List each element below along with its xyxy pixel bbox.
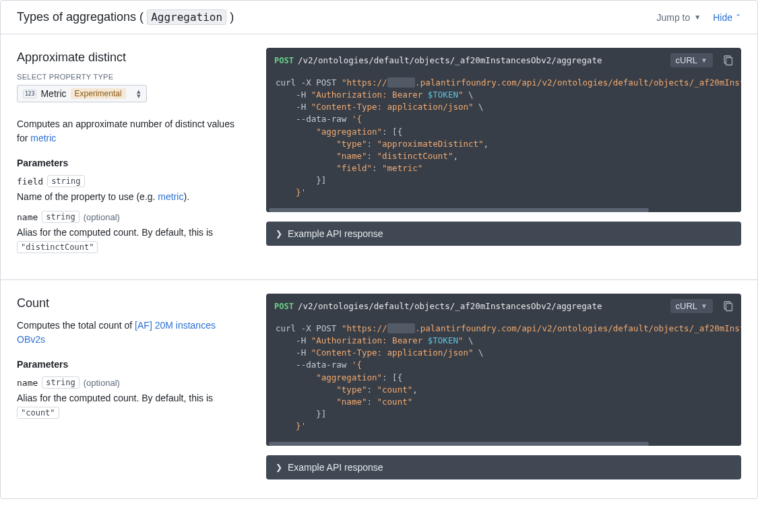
- metric-link[interactable]: metric: [158, 191, 183, 202]
- right-column: POST /v2/ontologies/default/objects/_af2…: [266, 294, 741, 479]
- param-name: name: [17, 378, 38, 388]
- jump-to-button[interactable]: Jump to ▼: [656, 12, 701, 23]
- property-type-select[interactable]: 123 Metric Experimental ▴▾: [17, 85, 147, 102]
- parameters-heading: Parameters: [17, 359, 246, 370]
- language-select[interactable]: cURL ▼: [670, 53, 713, 67]
- endpoint-path: /v2/ontologies/default/objects/_af20mIns…: [298, 55, 666, 65]
- jump-to-label: Jump to: [656, 12, 690, 23]
- http-method-badge: POST: [274, 56, 294, 65]
- code-block: POST /v2/ontologies/default/objects/_af2…: [266, 48, 741, 212]
- left-column: Count Computes the total count of [AF] 2…: [17, 294, 246, 479]
- right-column: POST /v2/ontologies/default/objects/_af2…: [266, 48, 741, 261]
- default-value-code: "count": [17, 407, 59, 419]
- endpoint-path: /v2/ontologies/default/objects/_af20mIns…: [298, 301, 666, 311]
- title-prefix: Types of aggregations (: [17, 10, 144, 24]
- horizontal-scrollbar[interactable]: [266, 442, 741, 446]
- experimental-badge: Experimental: [71, 88, 126, 99]
- example-response-toggle[interactable]: ❯ Example API response: [266, 455, 741, 479]
- caret-down-icon: ▼: [701, 57, 707, 64]
- code-block: POST /v2/ontologies/default/objects/_af2…: [266, 294, 741, 446]
- code-body[interactable]: curl -X POST "https://xxxxx.palantirfoun…: [266, 73, 741, 208]
- param-optional: (optional): [84, 212, 120, 222]
- example-response-toggle[interactable]: ❯ Example API response: [266, 222, 741, 246]
- left-column: Approximate distinct SELECT PROPERTY TYP…: [17, 48, 246, 261]
- http-method-badge: POST: [274, 302, 294, 311]
- chevron-right-icon: ❯: [276, 463, 282, 472]
- param-name: name: [17, 212, 38, 222]
- code-header: POST /v2/ontologies/default/objects/_af2…: [266, 294, 741, 319]
- code-header: POST /v2/ontologies/default/objects/_af2…: [266, 48, 741, 73]
- caret-up-icon: ⌃: [735, 13, 741, 22]
- param-name-row: name string (optional): [17, 211, 246, 223]
- param-type: string: [47, 175, 84, 187]
- param-type: string: [42, 211, 79, 223]
- param-name-row: name string (optional): [17, 376, 246, 389]
- section-approximate-distinct: Approximate distinct SELECT PROPERTY TYP…: [1, 34, 757, 280]
- copy-icon[interactable]: [722, 301, 733, 312]
- section-title: Count: [17, 296, 246, 310]
- section-description: Computes the total count of [AF] 20M ins…: [17, 319, 246, 347]
- param-type: string: [42, 376, 79, 389]
- svg-rect-1: [726, 57, 732, 65]
- panel-title: Types of aggregations ( Aggregation ): [17, 10, 656, 24]
- select-value: Metric: [40, 88, 66, 99]
- header-actions: Jump to ▼ Hide ⌃: [656, 12, 741, 23]
- section-description: Computes an approximate number of distin…: [17, 117, 246, 145]
- default-value-code: "distinctCount": [17, 241, 98, 253]
- title-suffix: ): [230, 10, 234, 24]
- numeric-type-icon: 123: [23, 90, 36, 98]
- caret-down-icon: ▼: [694, 13, 701, 21]
- param-desc: Alias for the computed count. By default…: [17, 391, 246, 420]
- language-select[interactable]: cURL ▼: [670, 299, 713, 313]
- param-field: field string: [17, 175, 246, 187]
- metric-link[interactable]: metric: [30, 133, 56, 143]
- title-code: Aggregation: [147, 9, 226, 25]
- section-title: Approximate distinct: [17, 51, 246, 65]
- select-property-label: SELECT PROPERTY TYPE: [17, 73, 246, 81]
- param-desc: Name of the property to use (e.g. metric…: [17, 190, 246, 204]
- hide-label: Hide: [713, 12, 732, 23]
- parameters-heading: Parameters: [17, 158, 246, 168]
- code-body[interactable]: curl -X POST "https://xxxxx.palantirfoun…: [266, 319, 741, 442]
- hide-button[interactable]: Hide ⌃: [713, 12, 741, 23]
- param-name: field: [17, 176, 43, 187]
- param-desc: Alias for the computed count. By default…: [17, 226, 246, 254]
- response-label: Example API response: [288, 462, 383, 473]
- panel-header: Types of aggregations ( Aggregation ) Ju…: [1, 1, 757, 34]
- aggregations-panel: Types of aggregations ( Aggregation ) Ju…: [0, 0, 758, 499]
- horizontal-scrollbar[interactable]: [266, 208, 741, 212]
- chevron-right-icon: ❯: [276, 229, 282, 238]
- caret-down-icon: ▼: [701, 302, 707, 310]
- section-count: Count Computes the total count of [AF] 2…: [1, 280, 757, 498]
- copy-icon[interactable]: [722, 55, 733, 66]
- svg-rect-3: [726, 303, 732, 310]
- response-label: Example API response: [288, 228, 383, 239]
- param-optional: (optional): [84, 378, 120, 388]
- select-arrows-icon: ▴▾: [137, 89, 141, 98]
